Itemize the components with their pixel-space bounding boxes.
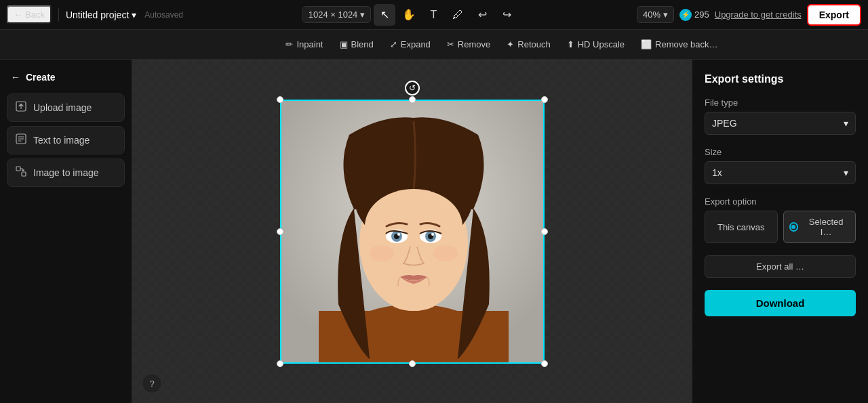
remove-bg-icon: ⬜ bbox=[641, 39, 652, 49]
canvas-background: ↺ bbox=[132, 60, 692, 403]
file-type-label: File type bbox=[705, 98, 856, 108]
expand-icon: ⤢ bbox=[390, 39, 397, 49]
blend-icon: ▣ bbox=[340, 39, 348, 49]
export-panel: Export settings File type JPEG ▾ Size 1x… bbox=[692, 60, 868, 403]
handle-bottom-left[interactable] bbox=[277, 360, 283, 367]
size-label: Size bbox=[705, 147, 856, 157]
size-section: Size 1x ▾ bbox=[705, 147, 856, 184]
svg-rect-2 bbox=[16, 167, 20, 171]
svg-point-21 bbox=[370, 245, 394, 261]
redo-icon: ↪ bbox=[502, 8, 511, 21]
upload-icon bbox=[16, 101, 26, 114]
hand-icon: ✋ bbox=[402, 8, 416, 21]
remove-tool[interactable]: ✂ Remove bbox=[440, 36, 497, 53]
svg-point-22 bbox=[433, 245, 458, 261]
export-button[interactable]: Export bbox=[807, 4, 861, 26]
redo-button[interactable]: ↪ bbox=[496, 4, 517, 26]
svg-point-19 bbox=[397, 233, 400, 236]
canvas-area[interactable]: ↺ bbox=[132, 60, 692, 403]
upgrade-link[interactable]: Upgrade to get credits bbox=[715, 9, 802, 20]
tools-toolbar: ✏ Inpaint ▣ Blend ⤢ Expand ✂ Remove ✦ Re… bbox=[0, 30, 868, 60]
upscale-icon: ⬆ bbox=[567, 39, 574, 49]
download-button[interactable]: Download bbox=[705, 290, 856, 316]
retouch-icon: ✦ bbox=[507, 39, 514, 49]
portrait-image bbox=[281, 101, 545, 364]
dimensions-selector[interactable]: 1024 × 1024 ▾ bbox=[302, 6, 372, 23]
topbar-center: 1024 × 1024 ▾ ↖ ✋ T 🖊 ↩ ↪ bbox=[189, 4, 631, 26]
chevron-down-icon: ▾ bbox=[844, 167, 848, 178]
select-tool-button[interactable]: ↖ bbox=[374, 4, 395, 26]
file-type-section: File type JPEG ▾ bbox=[705, 98, 856, 135]
sidebar-item-img2img[interactable]: Image to image bbox=[7, 158, 125, 187]
sidebar-header: ← Create bbox=[7, 68, 125, 89]
sidebar-item-upload[interactable]: Upload image bbox=[7, 93, 125, 122]
remove-bg-tool[interactable]: ⬜ Remove back… bbox=[634, 36, 724, 53]
pen-tool-button[interactable]: 🖊 bbox=[447, 4, 469, 26]
blend-tool[interactable]: ▣ Blend bbox=[333, 36, 380, 53]
handle-mid-left[interactable] bbox=[277, 228, 283, 235]
handle-top-left[interactable] bbox=[277, 96, 283, 103]
export-all-button[interactable]: Export all … bbox=[705, 255, 856, 278]
help-button[interactable]: ? bbox=[142, 373, 162, 394]
chevron-down-icon: ▾ bbox=[663, 9, 668, 20]
text2img-icon bbox=[16, 133, 26, 147]
radio-selected-icon bbox=[789, 222, 799, 232]
pen-icon: 🖊 bbox=[452, 9, 463, 21]
svg-rect-3 bbox=[22, 172, 26, 176]
topbar-divider bbox=[58, 8, 59, 22]
this-canvas-button[interactable]: This canvas bbox=[705, 211, 778, 243]
svg-point-23 bbox=[387, 284, 441, 311]
sidebar: ← Create Upload image Text to image bbox=[0, 60, 132, 403]
undo-icon: ↩ bbox=[478, 8, 487, 21]
image-frame bbox=[280, 100, 545, 364]
credits-icon: ⚡ bbox=[679, 9, 692, 21]
back-button[interactable]: ← Back bbox=[7, 5, 52, 24]
chevron-down-icon: ▾ bbox=[844, 118, 848, 129]
export-option-row: This canvas Selected I… bbox=[705, 211, 856, 243]
main-area: ← Create Upload image Text to image bbox=[0, 60, 868, 403]
size-dropdown[interactable]: 1x ▾ bbox=[705, 161, 856, 184]
undo-button[interactable]: ↩ bbox=[471, 4, 493, 26]
cursor-icon: ↖ bbox=[380, 8, 389, 21]
handle-top-right[interactable] bbox=[541, 96, 548, 103]
handle-top-mid[interactable] bbox=[409, 96, 416, 103]
autosaved-status: Autosaved bbox=[144, 10, 183, 20]
handle-bottom-mid[interactable] bbox=[409, 360, 416, 367]
back-arrow-icon: ← bbox=[14, 9, 22, 20]
handle-mid-right[interactable] bbox=[541, 228, 548, 235]
img2img-icon bbox=[16, 166, 26, 179]
text-icon: T bbox=[430, 9, 437, 21]
export-option-section: Export option This canvas Selected I… Ex… bbox=[705, 196, 856, 278]
chevron-down-icon: ▾ bbox=[360, 9, 365, 20]
credits-display[interactable]: ⚡ 295 bbox=[679, 9, 709, 21]
retouch-tool[interactable]: ✦ Retouch bbox=[500, 36, 557, 53]
svg-point-20 bbox=[431, 233, 434, 236]
text-tool-button[interactable]: T bbox=[422, 4, 444, 26]
upscale-tool[interactable]: ⬆ HD Upscale bbox=[560, 36, 631, 53]
inpaint-tool[interactable]: ✏ Inpaint bbox=[279, 36, 330, 53]
image-container[interactable]: ↺ bbox=[280, 100, 545, 364]
topbar: ← Back Untitled project ▾ Autosaved 1024… bbox=[0, 0, 868, 30]
create-arrow-icon: ← bbox=[11, 72, 20, 83]
project-name[interactable]: Untitled project ▾ bbox=[66, 9, 136, 20]
file-type-dropdown[interactable]: JPEG ▾ bbox=[705, 112, 856, 135]
rotate-handle[interactable]: ↺ bbox=[405, 81, 420, 96]
topbar-right: 40% ▾ ⚡ 295 Upgrade to get credits Expor… bbox=[637, 4, 861, 26]
selected-layer-button[interactable]: Selected I… bbox=[783, 211, 856, 243]
handle-bottom-right[interactable] bbox=[541, 360, 548, 367]
pan-tool-button[interactable]: ✋ bbox=[398, 4, 420, 26]
export-panel-title: Export settings bbox=[705, 73, 856, 85]
sidebar-item-text2img[interactable]: Text to image bbox=[7, 126, 125, 154]
export-option-label: Export option bbox=[705, 196, 856, 207]
remove-icon: ✂ bbox=[447, 39, 454, 49]
inpaint-icon: ✏ bbox=[285, 39, 293, 49]
zoom-selector[interactable]: 40% ▾ bbox=[637, 6, 674, 23]
expand-tool[interactable]: ⤢ Expand bbox=[383, 36, 437, 53]
chevron-down-icon: ▾ bbox=[132, 9, 136, 20]
